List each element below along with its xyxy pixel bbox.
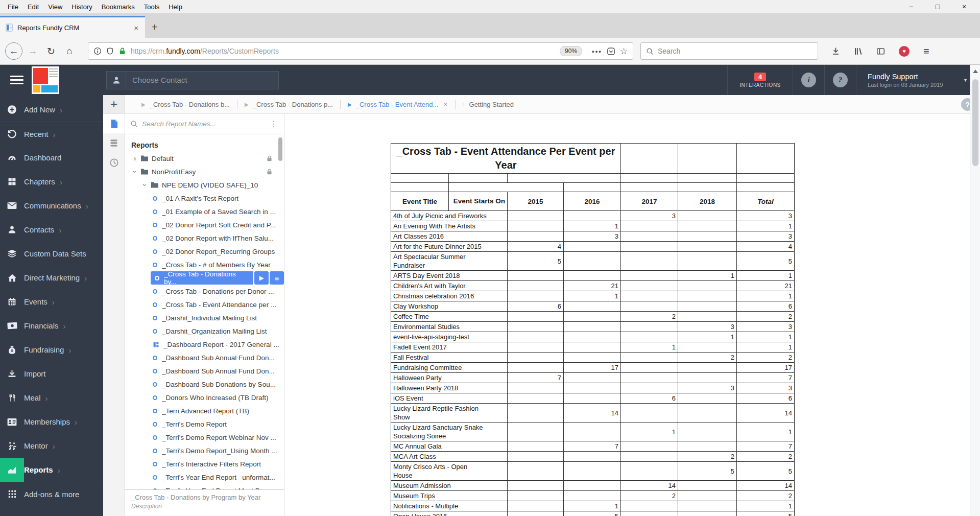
home-button[interactable]: ⌂	[61, 43, 78, 59]
tree-item-terri-s-year-end-report-must-be[interactable]: _Terri's Year End Report Must Be...	[131, 484, 284, 489]
forward-button[interactable]: →	[25, 43, 41, 59]
tree-item-donors-who-increased-tb-draft[interactable]: _Donors Who Increased (TB Draft)	[131, 391, 284, 404]
tree-item-cross-tab-donations-per-donor[interactable]: _Cross Tab - Donations per Donor ...	[131, 285, 284, 298]
recent-reports-tab[interactable]	[103, 153, 125, 172]
choose-contact-input[interactable]	[126, 76, 278, 84]
save-to-pocket-icon[interactable]	[607, 47, 615, 56]
scroll-up-arrow[interactable]	[973, 69, 978, 73]
help-button[interactable]: ?	[824, 65, 856, 95]
tree-folder-npe-demo-video-safe-10[interactable]: ›NPE DEMO (VIDEO SAFE)_10	[131, 178, 284, 192]
selected-report-pill[interactable]: _Cross Tab - Donations by...	[151, 271, 253, 285]
bookmark-star-icon[interactable]: ☆	[620, 46, 628, 57]
sidebar-item-financials[interactable]: Financials›	[0, 314, 103, 338]
choose-contact-field[interactable]	[106, 71, 279, 89]
downloads-icon[interactable]	[831, 47, 840, 56]
tree-item-terri-s-demo-report[interactable]: _Terri's Demo Report	[131, 417, 284, 431]
reload-button[interactable]: ↻	[43, 43, 59, 59]
sidebar-item-meal[interactable]: Meal›	[0, 386, 103, 410]
pocket-icon[interactable]: ♥	[899, 46, 910, 57]
shield-icon[interactable]	[106, 47, 114, 55]
browser-search-input[interactable]	[658, 47, 812, 55]
new-report-button[interactable]: +	[103, 95, 125, 113]
chevron-down-icon[interactable]: ›	[141, 181, 149, 189]
menu-file[interactable]: File	[3, 2, 23, 12]
window-maximize-button[interactable]: □	[933, 3, 942, 11]
menu-help[interactable]: Help	[164, 2, 187, 12]
tree-item-darshit-organization-mailing-list[interactable]: _Darshit_Organization Mailing List	[131, 324, 284, 338]
page-actions-icon[interactable]: •••	[592, 48, 602, 55]
library-icon[interactable]	[854, 47, 863, 56]
sidebar-item-contacts[interactable]: Contacts›	[0, 218, 103, 242]
browser-menu-icon[interactable]: ≡	[923, 45, 929, 57]
url-bar[interactable]: https://crm.fundly.com/Reports/CustomRep…	[88, 42, 633, 60]
tree-item-dashboard-sub-annual-fund-don[interactable]: _Dashboard Sub Annual Fund Don...	[131, 364, 284, 378]
chevron-right-icon[interactable]: ›	[131, 154, 138, 162]
page-scrollbar[interactable]	[970, 65, 980, 516]
tree-folder-nonprofiteasy[interactable]: ›NonProfitEasy	[131, 165, 284, 178]
report-tab-cross-tab-donations-b[interactable]: ▶_Cross Tab - Donations b...	[134, 101, 237, 108]
tree-item-terri-s-demo-report-using-month[interactable]: _Terri's Demo Report_Using Month ...	[131, 444, 284, 457]
report-tab-getting-started[interactable]: ↑Getting Started	[456, 101, 521, 108]
zoom-level-badge[interactable]: 90%	[560, 46, 582, 56]
tree-item-01-example-of-a-saved-search-in[interactable]: _01 Example of a Saved Search in ...	[131, 205, 284, 218]
app-menu-icon[interactable]	[10, 76, 23, 84]
report-menu-button[interactable]: ≡	[270, 271, 284, 285]
tree-item-cross-tab-of-members-by-year[interactable]: _Cross Tab - # of Members By Year	[131, 258, 284, 271]
new-tab-button[interactable]: +	[145, 16, 164, 38]
tree-scrollbar[interactable]	[278, 137, 282, 161]
tree-item-dashboard-report-2017-general[interactable]: _Dashboard Report - 2017 General ...	[131, 338, 284, 351]
chevron-down-icon[interactable]: ›	[131, 168, 139, 175]
user-menu[interactable]: Fundly Support Last login on 03 January …	[856, 65, 958, 95]
tree-item-terri-advanced-report-tb[interactable]: _Terri Advanced Report (TB)	[131, 404, 284, 417]
sidebar-item-fundraising[interactable]: $Fundraising›	[0, 338, 103, 362]
menu-edit[interactable]: Edit	[23, 2, 43, 12]
tree-item-terri-s-year-end-report-unformat[interactable]: _Terri's Year End Report _unformat...	[131, 471, 284, 484]
tree-item-cross-tab-event-attendance-per[interactable]: _Cross Tab - Event Attendance per ...	[131, 298, 284, 311]
menu-bookmarks[interactable]: Bookmarks	[97, 2, 139, 12]
sidebars-icon[interactable]	[876, 47, 885, 56]
report-search-input[interactable]	[142, 120, 269, 128]
sidebar-item-recent[interactable]: Recent›	[0, 122, 103, 146]
reports-list-tab[interactable]	[103, 114, 125, 133]
sidebar-item-chapters[interactable]: Chapters›	[0, 170, 103, 194]
window-close-button[interactable]: ×	[960, 3, 969, 11]
window-minimize-button[interactable]: −	[906, 3, 916, 11]
tree-item-02-donor-report-with-ifthen-salu[interactable]: _02 Donor Report with IfThen Salu...	[131, 231, 284, 245]
site-info-icon[interactable]	[93, 47, 102, 55]
sidebar-item-communications[interactable]: Communications›	[0, 194, 103, 218]
sidebar-item-dashboard[interactable]: Dashboard	[0, 146, 103, 170]
tree-item-selected-cross-tab-donations-by[interactable]: _Cross Tab - Donations by...▶≡	[151, 271, 284, 285]
info-button[interactable]: i	[793, 65, 824, 95]
report-tab-cross-tab-event-attend[interactable]: ▶_Cross Tab - Event Attend...×	[341, 100, 455, 108]
kebab-menu-icon[interactable]: ⋮	[269, 119, 279, 129]
sidebar-item-memberships[interactable]: Memberships›	[0, 410, 103, 434]
tree-item-terri-s-interactive-filters-report[interactable]: _Terri's Interactive Filters Report	[131, 457, 284, 471]
tree-item-01-a-raxit-s-test-report[interactable]: _01 A Raxit's Test Report	[131, 192, 284, 205]
report-tab-cross-tab-donations-p[interactable]: ▶_Cross Tab - Donations p...	[237, 101, 340, 108]
sidebar-item-events[interactable]: Events›	[0, 290, 103, 314]
tree-item-dashboard-sub-donations-by-sou[interactable]: _Dashboard Sub Donations by Sou...	[131, 378, 284, 391]
tree-item-02-donor-report-recurring-groups[interactable]: _02 Donor Report_Recurring Groups	[131, 245, 284, 258]
sidebar-item-mentor[interactable]: Mentor›	[0, 434, 103, 458]
tab-close-icon[interactable]: ×	[132, 24, 140, 32]
sidebar-item-add-ons-more[interactable]: Add-ons & more	[0, 482, 103, 506]
lock-icon[interactable]	[118, 47, 126, 55]
close-icon[interactable]: ×	[443, 100, 447, 108]
tree-item-terri-s-demo-report-webinar-nov[interactable]: _Terri's Demo Report Webinar Nov ...	[131, 431, 284, 444]
sidebar-item-import[interactable]: Import	[0, 362, 103, 386]
menu-view[interactable]: View	[43, 2, 67, 12]
menu-tools[interactable]: Tools	[139, 2, 164, 12]
tree-item-darshit-individual-mailing-list[interactable]: _Darshit_Individual Mailing List	[131, 311, 284, 324]
browser-tab[interactable]: Reports Fundly CRM ×	[0, 16, 145, 38]
tree-folder-default[interactable]: ›Default	[131, 152, 284, 165]
search-bar[interactable]	[640, 42, 818, 60]
sidebar-item-direct-marketing[interactable]: Direct Marketing›	[0, 266, 103, 290]
chevron-down-icon[interactable]: ▼	[958, 65, 970, 95]
org-logo[interactable]	[32, 66, 59, 94]
interactions-button[interactable]: 4 INTERACTIONS	[727, 65, 793, 95]
sidebar-item-reports[interactable]: Reports›	[0, 458, 103, 482]
back-button[interactable]: ←	[5, 42, 22, 60]
tree-item-02-donor-report-soft-credit-and-p[interactable]: _02 Donor Report Soft Credit and P...	[131, 218, 284, 231]
sidebar-item-add-new[interactable]: Add New›	[0, 98, 103, 122]
data-sets-tab[interactable]	[103, 133, 125, 153]
